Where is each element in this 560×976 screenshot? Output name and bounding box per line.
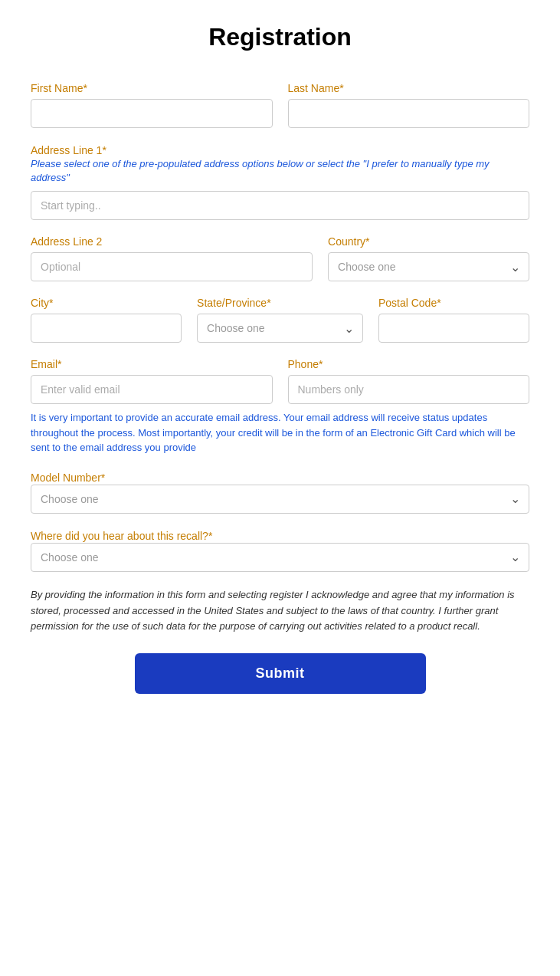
address-line1-label: Address Line 1* [31,144,106,156]
page-title: Registration [31,23,529,51]
first-name-input[interactable] [31,99,273,128]
last-name-label: Last Name* [288,82,530,94]
country-select[interactable]: Choose one [328,252,529,281]
address-line2-label: Address Line 2 [31,235,313,248]
phone-input[interactable] [288,375,530,404]
state-province-label: State/Province* [197,297,363,309]
model-number-label: Model Number* [31,472,105,484]
model-number-select[interactable]: Choose one [31,485,529,514]
phone-label: Phone* [288,358,530,370]
email-notice: It is very important to provide an accur… [31,410,529,455]
postal-code-input[interactable] [378,314,529,343]
address-line2-input[interactable] [31,252,313,281]
address-line1-hint: Please select one of the pre-populated a… [31,157,529,185]
hear-about-select[interactable]: Choose one [31,543,529,572]
country-label: Country* [328,235,529,248]
state-province-select[interactable]: Choose one [197,314,363,343]
address-line1-input[interactable] [31,191,529,220]
city-input[interactable] [31,314,182,343]
hear-about-label: Where did you hear about this recall?* [31,530,212,542]
last-name-input[interactable] [288,99,530,128]
postal-code-label: Postal Code* [378,297,529,309]
city-label: City* [31,297,182,309]
email-label: Email* [31,358,273,370]
submit-button[interactable]: Submit [135,653,426,694]
email-input[interactable] [31,375,273,404]
disclaimer-text: By providing the information in this for… [31,587,529,635]
first-name-label: First Name* [31,82,273,94]
